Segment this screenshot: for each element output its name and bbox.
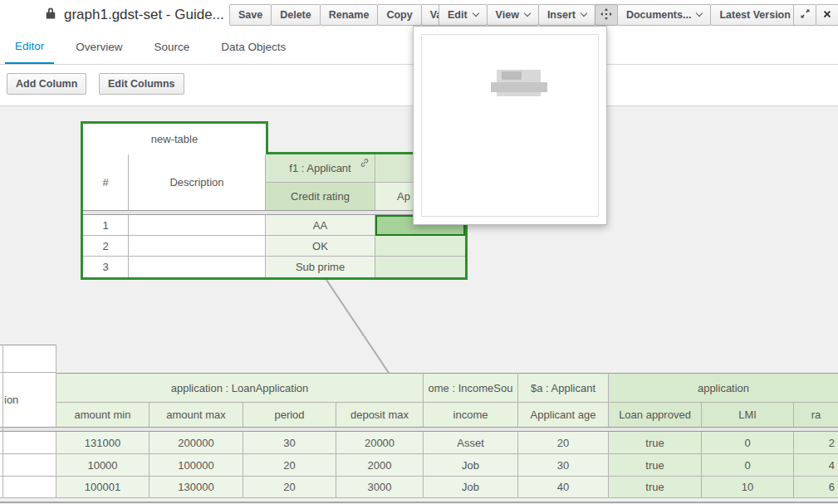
- table-cell[interactable]: Job: [424, 454, 518, 477]
- table-cell[interactable]: 100000: [149, 454, 243, 477]
- table-cell-clipped[interactable]: 2: [794, 432, 838, 454]
- table-cell[interactable]: 10: [702, 477, 794, 498]
- chevron-down-icon: [472, 10, 478, 17]
- floating-popup-panel: [413, 26, 607, 225]
- chevron-down-icon: [581, 10, 587, 17]
- description-cell[interactable]: [0, 454, 56, 477]
- link-icon: [360, 158, 370, 170]
- maximize-icon: [800, 8, 811, 22]
- tab-source[interactable]: Source: [145, 30, 200, 64]
- tab-editor[interactable]: Editor: [5, 30, 54, 64]
- table-cell[interactable]: 20000: [336, 432, 424, 454]
- table-cell-clipped[interactable]: 6: [794, 477, 838, 498]
- asset-title: graph1.gdst-set - Guide...: [64, 7, 224, 23]
- table-cell[interactable]: 0: [702, 454, 794, 477]
- chevron-down-icon: [524, 10, 531, 17]
- documents-menu-button[interactable]: Documents...: [617, 4, 712, 26]
- column-header-loan-approved[interactable]: Loan approved: [609, 403, 702, 427]
- table-cell[interactable]: Asset: [424, 432, 518, 454]
- condition-header-credit-rating[interactable]: Credit rating: [266, 183, 375, 210]
- tab-overview[interactable]: Overview: [66, 30, 132, 64]
- table-cell[interactable]: 0: [702, 432, 794, 454]
- credit-rating-cell[interactable]: AA: [266, 215, 375, 236]
- close-icon: [822, 9, 832, 22]
- redacted-content: [491, 82, 547, 92]
- table-cell[interactable]: 30: [243, 432, 336, 454]
- table-cell[interactable]: 20: [518, 432, 609, 454]
- description-column-header[interactable]: Description: [129, 154, 266, 210]
- pattern-header-applicant[interactable]: $a : Applicant: [518, 373, 609, 403]
- table-cell[interactable]: 131000: [56, 432, 149, 454]
- table-cell[interactable]: 40: [518, 477, 609, 498]
- pattern-header-loan-application[interactable]: application : LoanApplication: [56, 373, 424, 403]
- grid-line: [2, 345, 3, 498]
- table-cell[interactable]: 30: [518, 454, 609, 477]
- row-number-column-header[interactable]: #: [83, 154, 129, 210]
- table-cell[interactable]: [375, 236, 465, 257]
- chevron-down-icon: [696, 10, 703, 17]
- table-cell[interactable]: 200000: [149, 432, 243, 454]
- move-tool-button[interactable]: [595, 4, 618, 26]
- column-header-period[interactable]: period: [243, 403, 336, 427]
- description-cell[interactable]: [129, 236, 266, 257]
- description-cell[interactable]: [129, 257, 266, 277]
- redacted-content: [502, 71, 522, 80]
- credit-rating-cell[interactable]: Sub prime: [266, 257, 375, 277]
- table-cell[interactable]: 100001: [56, 477, 149, 498]
- bottom-table-name-tab[interactable]: [0, 345, 56, 373]
- toolbar-menu-group: Edit View Insert Documents... Latest Ver…: [439, 4, 811, 26]
- pattern-header-f1-applicant[interactable]: f1 : Applicant: [266, 154, 375, 183]
- table-cell[interactable]: [375, 257, 465, 277]
- row-number-cell[interactable]: 3: [83, 257, 129, 277]
- column-header-deposit-max[interactable]: deposit max: [336, 403, 424, 427]
- row-number-cell[interactable]: 2: [83, 236, 129, 257]
- delete-button[interactable]: Delete: [271, 4, 321, 26]
- credit-rating-cell[interactable]: OK: [266, 236, 375, 257]
- column-header-rate-clipped[interactable]: ra: [794, 403, 838, 427]
- edit-menu-button[interactable]: Edit: [439, 4, 488, 26]
- description-cell[interactable]: [129, 215, 266, 236]
- pattern-header-income-source[interactable]: ome : IncomeSou: [424, 373, 518, 403]
- table-cell[interactable]: 130000: [149, 477, 243, 498]
- row-number-cell[interactable]: 1: [83, 215, 129, 236]
- column-header-applicant-age[interactable]: Applicant age: [518, 403, 609, 427]
- table-cell[interactable]: 20: [243, 454, 336, 477]
- copy-button[interactable]: Copy: [377, 4, 421, 26]
- move-icon: [600, 8, 612, 22]
- add-column-button[interactable]: Add Column: [7, 73, 86, 95]
- column-header-amount-min[interactable]: amount min: [56, 403, 149, 427]
- description-column-header-clipped[interactable]: ion: [0, 373, 56, 427]
- description-cell[interactable]: [0, 432, 56, 454]
- column-header-lmi[interactable]: LMI: [702, 403, 794, 427]
- popup-inner-border: [421, 34, 599, 217]
- close-button[interactable]: [816, 4, 838, 26]
- description-cell[interactable]: [0, 477, 56, 498]
- table-cell-clipped[interactable]: 4: [794, 454, 838, 477]
- column-header-amount-max[interactable]: amount max: [149, 403, 243, 427]
- window-controls: [793, 4, 838, 26]
- column-header-income[interactable]: income: [424, 403, 518, 427]
- view-menu-button[interactable]: View: [487, 4, 539, 26]
- top-table-name-tab[interactable]: new-table: [81, 121, 268, 154]
- insert-menu-button[interactable]: Insert: [538, 4, 595, 26]
- guided-decision-table-editor: graph1.gdst-set - Guide... Save Delete R…: [0, 0, 838, 504]
- canvas-bottom-divider: [0, 502, 838, 503]
- rename-button[interactable]: Rename: [320, 4, 379, 26]
- maximize-button[interactable]: [793, 4, 816, 26]
- tab-data-objects[interactable]: Data Objects: [211, 30, 296, 64]
- save-button[interactable]: Save: [229, 4, 272, 26]
- table-cell[interactable]: true: [609, 477, 702, 498]
- edit-columns-button[interactable]: Edit Columns: [99, 73, 184, 95]
- table-cell[interactable]: 2000: [336, 454, 424, 477]
- table-cell[interactable]: 20: [243, 477, 336, 498]
- action-group-header-application[interactable]: application: [609, 373, 838, 403]
- table-cell[interactable]: true: [609, 432, 702, 454]
- table-cell[interactable]: true: [609, 454, 702, 477]
- table-cell[interactable]: 3000: [336, 477, 424, 498]
- table-cell[interactable]: 10000: [56, 454, 149, 477]
- table-cell[interactable]: Job: [424, 477, 518, 498]
- lock-icon: [45, 6, 56, 23]
